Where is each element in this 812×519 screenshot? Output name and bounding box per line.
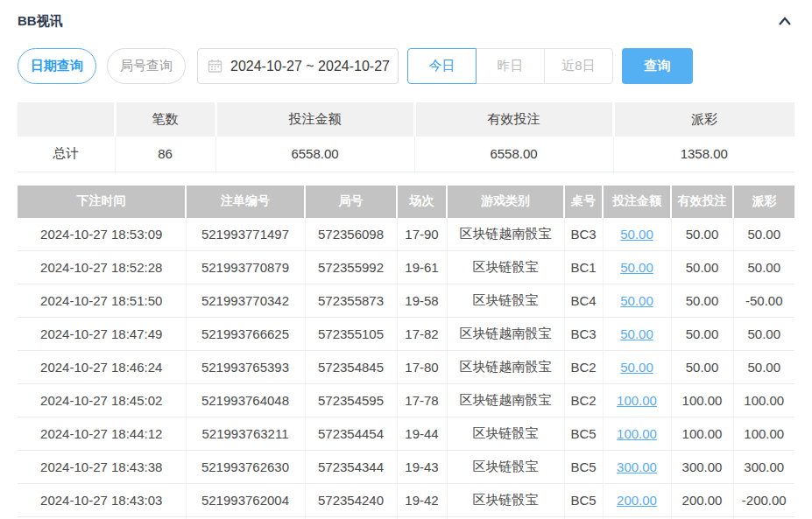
summary-bet-amount-value: 6558.00	[215, 137, 414, 172]
table-no-cell: BC2	[564, 384, 603, 417]
table-no-cell: BC1	[564, 251, 603, 284]
bet-time-cell: 2024-10-27 18:43:38	[18, 451, 186, 484]
summary-count-value: 86	[115, 137, 215, 172]
bet-amount-link[interactable]: 100.00	[617, 393, 657, 408]
bet-amount-cell: 50.00	[603, 318, 671, 351]
payout-cell: 50.00	[733, 351, 794, 384]
bet-time-cell: 2024-10-27 18:44:12	[18, 417, 186, 451]
bet-amount-cell: 100.00	[603, 417, 671, 451]
round-id-cell: 572354845	[305, 351, 397, 384]
bet-amount-link[interactable]: 50.00	[620, 360, 653, 375]
round-id-cell: 572354344	[305, 451, 397, 484]
valid-bet-cell: 50.00	[671, 318, 733, 351]
summary-header-bet-amount: 投注金额	[215, 102, 414, 137]
query-toolbar: 日期查询 局号查询 2024-10-27 ~ 2024-10-27 今日	[18, 48, 794, 84]
bet-amount-link[interactable]: 50.00	[620, 293, 653, 308]
bet-id-cell: 521993771497	[186, 218, 305, 251]
bet-amount-cell: 50.00	[603, 284, 671, 318]
session-cell: 17-82	[397, 318, 447, 351]
bet-amount-link[interactable]: 50.00	[620, 326, 653, 341]
summary-payout-value: 1358.00	[613, 137, 794, 172]
bet-amount-link[interactable]: 50.00	[620, 227, 653, 242]
game-type-cell: 区块链越南骰宝	[447, 351, 564, 384]
round-id-cell: 572354240	[305, 484, 397, 517]
round-id-cell: 572355105	[305, 318, 397, 351]
quick-range-yesterday[interactable]: 昨日	[476, 48, 545, 84]
date-range-value: 2024-10-27 ~ 2024-10-27	[230, 59, 390, 74]
session-cell: 17-78	[397, 384, 447, 417]
summary-header-empty	[18, 102, 115, 137]
chevron-up-icon	[777, 15, 793, 27]
payout-cell: 50.00	[733, 251, 794, 284]
bet-id-cell: 521993762004	[186, 484, 305, 517]
column-header-valid-bet: 有效投注	[671, 186, 733, 218]
table-no-cell: BC5	[564, 417, 603, 451]
valid-bet-cell: 100.00	[671, 384, 733, 417]
calendar-icon	[208, 59, 222, 74]
tab-date-query[interactable]: 日期查询	[18, 48, 96, 84]
table-no-cell: BC5	[564, 451, 603, 484]
summary-header-count: 笔数	[115, 102, 215, 137]
bet-amount-link[interactable]: 200.00	[617, 493, 657, 508]
round-id-cell: 572355992	[305, 251, 397, 284]
payout-cell: 50.00	[733, 318, 794, 351]
summary-header-valid-bet: 有效投注	[414, 102, 613, 137]
game-type-cell: 区块链越南骰宝	[447, 384, 564, 417]
bet-id-cell: 521993770342	[186, 284, 305, 318]
bet-amount-cell: 50.00	[603, 251, 671, 284]
valid-bet-cell: 50.00	[671, 218, 733, 251]
bet-id-cell: 521993764048	[186, 384, 305, 417]
bet-time-cell: 2024-10-27 18:52:28	[18, 251, 186, 284]
bet-table-body: 2024-10-27 18:53:09521993771497572356098…	[18, 218, 794, 519]
tab-round-query[interactable]: 局号查询	[107, 48, 186, 84]
bet-time-cell: 2024-10-27 18:43:03	[18, 484, 186, 517]
session-cell: 19-43	[397, 451, 447, 484]
panel-header: BB视讯	[18, 0, 794, 31]
table-row: 2024-10-27 18:51:50521993770342572355873…	[18, 284, 794, 318]
search-button[interactable]: 查询	[622, 48, 693, 84]
quick-range-last8days[interactable]: 近8日	[544, 48, 613, 84]
column-header-game-type: 游戏类别	[447, 186, 564, 218]
column-header-round-id: 局号	[305, 186, 397, 218]
bb-video-panel: BB视讯 日期查询 局号查询	[0, 0, 812, 519]
payout-cell: 50.00	[733, 218, 794, 251]
bet-table-header-row: 下注时间 注单编号 局号 场次 游戏类别 桌号 投注金额 有效投注 派彩	[18, 186, 794, 218]
date-range-picker[interactable]: 2024-10-27 ~ 2024-10-27	[197, 48, 399, 84]
session-cell: 17-80	[397, 351, 447, 384]
column-header-bet-amount: 投注金额	[603, 186, 671, 218]
round-id-cell: 572354454	[305, 417, 397, 451]
column-header-table-no: 桌号	[564, 186, 603, 218]
table-no-cell: BC3	[564, 318, 603, 351]
collapse-panel-button[interactable]	[775, 11, 794, 31]
round-id-cell: 572355873	[305, 284, 397, 318]
bet-time-cell: 2024-10-27 18:51:50	[18, 284, 186, 318]
bet-id-cell: 521993766625	[186, 318, 305, 351]
table-row: 2024-10-27 18:45:02521993764048572354595…	[18, 384, 794, 417]
bet-amount-link[interactable]: 300.00	[617, 459, 657, 474]
bet-time-cell: 2024-10-27 18:53:09	[18, 218, 186, 251]
bet-amount-cell: 100.00	[603, 384, 671, 417]
column-header-session: 场次	[397, 186, 447, 218]
table-row: 2024-10-27 18:43:38521993762630572354344…	[18, 451, 794, 484]
bet-id-cell: 521993763211	[186, 417, 305, 451]
game-type-cell: 区块链骰宝	[447, 284, 564, 318]
bet-amount-link[interactable]: 50.00	[620, 260, 653, 275]
column-header-payout: 派彩	[733, 186, 794, 218]
bet-id-cell: 521993770879	[186, 251, 305, 284]
table-row: 2024-10-27 18:43:03521993762004572354240…	[18, 484, 794, 517]
table-no-cell: BC4	[564, 284, 603, 318]
bet-amount-link[interactable]: 100.00	[617, 426, 657, 441]
session-cell: 19-61	[397, 251, 447, 284]
valid-bet-cell: 50.00	[671, 284, 733, 318]
bet-records-table: 下注时间 注单编号 局号 场次 游戏类别 桌号 投注金额 有效投注 派彩 202…	[18, 186, 794, 519]
table-row: 2024-10-27 18:47:49521993766625572355105…	[18, 318, 794, 351]
game-type-cell: 区块链越南骰宝	[447, 218, 564, 251]
summary-table: 笔数 投注金额 有效投注 派彩 总计 86 6558.00 6558.00 13…	[18, 102, 794, 172]
payout-cell: -200.00	[733, 484, 794, 517]
bet-id-cell: 521993762630	[186, 451, 305, 484]
session-cell: 17-90	[397, 218, 447, 251]
quick-range-today[interactable]: 今日	[407, 48, 477, 84]
game-type-cell: 区块链骰宝	[447, 417, 564, 451]
valid-bet-cell: 100.00	[671, 417, 733, 451]
summary-valid-bet-value: 6558.00	[414, 137, 613, 172]
